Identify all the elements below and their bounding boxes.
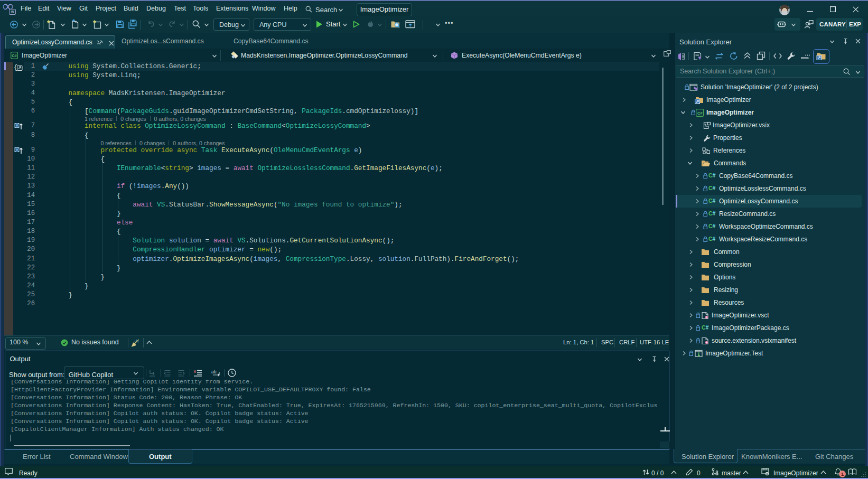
svg-text:C#: C# bbox=[12, 53, 17, 58]
svg-text:ab: ab bbox=[211, 369, 217, 374]
svg-text:C#: C# bbox=[697, 111, 703, 116]
